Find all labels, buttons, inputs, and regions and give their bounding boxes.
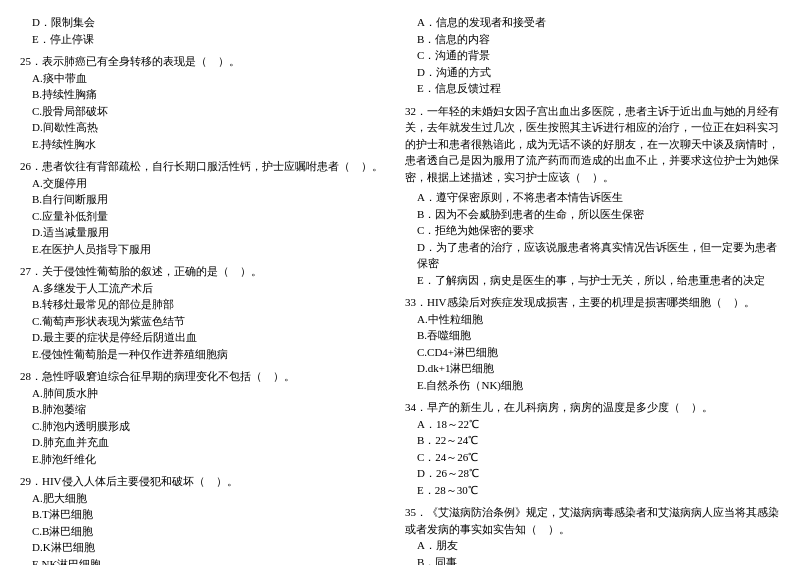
option: A.多继发于人工流产术后 [20,280,395,297]
option: D.适当减量服用 [20,224,395,241]
question-title: 26．患者饮往有背部疏松，自行长期口服活性钙，护士应嘱咐患者（ ）。 [20,158,395,175]
option: D.dk+1淋巴细胞 [405,360,780,377]
option: C.肺泡内透明膜形成 [20,418,395,435]
option: A.中性粒细胞 [405,311,780,328]
option: E.在医护人员指导下服用 [20,241,395,258]
question-q25: 25．表示肺癌已有全身转移的表现是（ ）。A.痰中带血B.持续性胸痛C.股骨局部… [20,53,395,152]
option: A.交腿停用 [20,175,395,192]
question-title: 28．急性呼吸窘迫综合征早期的病理变化不包括（ ）。 [20,368,395,385]
option: C.应量补低剂量 [20,208,395,225]
option: B．因为不会威胁到患者的生命，所以医生保密 [405,206,780,223]
option: C.CD4+淋巴细胞 [405,344,780,361]
option: E．了解病因，病史是医生的事，与护士无关，所以，给患重患者的决定 [405,272,780,289]
option: C.B淋巴细胞 [20,523,395,540]
option: D.间歇性高热 [20,119,395,136]
option: D．26～28℃ [405,465,780,482]
option: D.K淋巴细胞 [20,539,395,556]
question-title: 33．HIV感染后对疾症发现成损害，主要的机理是损害哪类细胞（ ）。 [405,294,780,311]
option-text: B．信息的内容 [405,31,780,48]
option: B.持续性胸痛 [20,86,395,103]
option: C.股骨局部破坏 [20,103,395,120]
option: E.NK淋巴细胞 [20,556,395,566]
question-q31_options: A．信息的发现者和接受者B．信息的内容C．沟通的背景D．沟通的方式E．信息反馈过… [405,14,780,97]
option: B．22～24℃ [405,432,780,449]
option: B.肺泡萎缩 [20,401,395,418]
option: E.侵蚀性葡萄胎是一种仅作进养殖细胞病 [20,346,395,363]
option: D.最主要的症状是停经后阴道出血 [20,329,395,346]
question-q35: 35．《艾滋病防治条例》规定，艾滋病病毒感染者和艾滋病病人应当将其感染或者发病的… [405,504,780,565]
option: A.痰中带血 [20,70,395,87]
question-q33: 33．HIV感染后对疾症发现成损害，主要的机理是损害哪类细胞（ ）。A.中性粒细… [405,294,780,393]
option: B.自行间断服用 [20,191,395,208]
question-title: 29．HIV侵入人体后主要侵犯和破坏（ ）。 [20,473,395,490]
option: E.肺泡纤维化 [20,451,395,468]
option-text: D．沟通的方式 [405,64,780,81]
option: B．同事 [405,554,780,566]
question-q28: 28．急性呼吸窘迫综合征早期的病理变化不包括（ ）。A.肺间质水肿B.肺泡萎缩C… [20,368,395,467]
option: B.吞噬细胞 [405,327,780,344]
question-q34: 34．早产的新生儿，在儿科病房，病房的温度是多少度（ ）。A．18～22℃B．2… [405,399,780,498]
question-title: 34．早产的新生儿，在儿科病房，病房的温度是多少度（ ）。 [405,399,780,416]
option: C．拒绝为她保密的要求 [405,222,780,239]
option: C．24～26℃ [405,449,780,466]
option: A．朋友 [405,537,780,554]
option: A．18～22℃ [405,416,780,433]
option: A.肥大细胞 [20,490,395,507]
question-title: 35．《艾滋病防治条例》规定，艾滋病病毒感染者和艾滋病病人应当将其感染或者发病的… [405,504,780,537]
option: E．28～30℃ [405,482,780,499]
question-q27: 27．关于侵蚀性葡萄胎的叙述，正确的是（ ）。A.多继发于人工流产术后B.转移灶… [20,263,395,362]
right-column: A．信息的发现者和接受者B．信息的内容C．沟通的背景D．沟通的方式E．信息反馈过… [405,14,780,565]
page-container: D．限制集会E．停止停课25．表示肺癌已有全身转移的表现是（ ）。A.痰中带血B… [20,8,780,565]
option-text: A．信息的发现者和接受者 [405,14,780,31]
option: D．为了患者的治疗，应该说服患者将真实情况告诉医生，但一定要为患者保密 [405,239,780,272]
option: A.肺间质水肿 [20,385,395,402]
left-column: D．限制集会E．停止停课25．表示肺癌已有全身转移的表现是（ ）。A.痰中带血B… [20,14,395,565]
columns: D．限制集会E．停止停课25．表示肺癌已有全身转移的表现是（ ）。A.痰中带血B… [20,14,780,565]
option-text: E．停止停课 [20,31,395,48]
option-text: E．信息反馈过程 [405,80,780,97]
option-text: C．沟通的背景 [405,47,780,64]
option: E.自然杀伤（NK)细胞 [405,377,780,394]
option: A．遵守保密原则，不将患者本情告诉医生 [405,189,780,206]
question-q32: 32．一年轻的未婚妇女因子宫出血出多医院，患者主诉于近出血与她的月经有关，去年就… [405,103,780,289]
question-q26: 26．患者饮往有背部疏松，自行长期口服活性钙，护士应嘱咐患者（ ）。A.交腿停用… [20,158,395,257]
question-title: 27．关于侵蚀性葡萄胎的叙述，正确的是（ ）。 [20,263,395,280]
question-q_d_xian: D．限制集会E．停止停课 [20,14,395,47]
question-q29: 29．HIV侵入人体后主要侵犯和破坏（ ）。A.肥大细胞B.T淋巴细胞C.B淋巴… [20,473,395,565]
option: E.持续性胸水 [20,136,395,153]
question-title: 32．一年轻的未婚妇女因子宫出血出多医院，患者主诉于近出血与她的月经有关，去年就… [405,103,780,186]
option: D.肺充血并充血 [20,434,395,451]
option: C.葡萄声形状表现为紫蓝色结节 [20,313,395,330]
option: B.T淋巴细胞 [20,506,395,523]
option-text: D．限制集会 [20,14,395,31]
question-title: 25．表示肺癌已有全身转移的表现是（ ）。 [20,53,395,70]
option: B.转移灶最常见的部位是肺部 [20,296,395,313]
